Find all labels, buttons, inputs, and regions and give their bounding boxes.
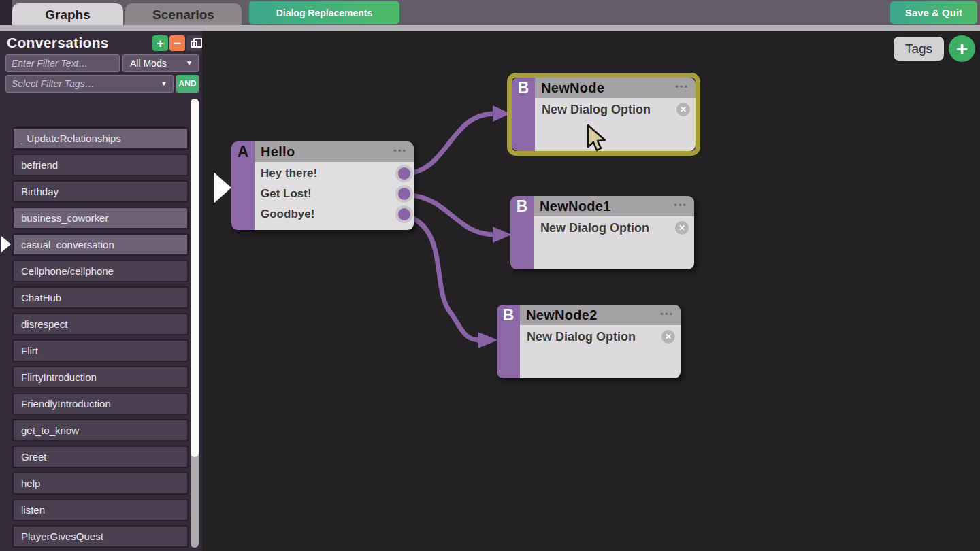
tab-strip-divider [0,25,980,31]
conversations-sidebar: Conversations + − All Mods ▼ Select Filt… [0,31,202,551]
list-item-selected[interactable]: casual_conversation [12,233,189,256]
filter-tags-placeholder: Select Filter Tags… [12,78,95,89]
dialog-option-text: Goodbye! [255,207,314,220]
speaker-letter: B [512,79,535,97]
output-port[interactable] [398,188,410,200]
dialog-option[interactable]: Hey there! [255,163,414,184]
chevron-down-icon: ▼ [186,55,193,71]
dialog-node-newnode[interactable]: B NewNode ••• New Dialog Option ✕ [512,78,696,151]
filter-text-input[interactable] [5,54,120,72]
node-speaker-strip[interactable]: B [512,78,535,151]
chevron-down-icon: ▼ [161,76,167,92]
node-speaker-strip[interactable]: A [231,141,255,230]
dialog-node-newnode1[interactable]: B NewNode1 ••• New Dialog Option ✕ [510,196,694,269]
list-item[interactable]: _UpdateRelationships [12,127,189,150]
node-title: NewNode2 [520,307,598,323]
dialog-option[interactable]: New Dialog Option ✕ [535,99,696,120]
output-port[interactable] [398,167,410,180]
dialog-option-text: New Dialog Option [535,103,651,116]
speaker-letter: A [231,143,255,161]
and-filter-toggle-button[interactable]: AND [176,75,199,93]
list-item[interactable]: ChatHub [12,286,189,309]
dialog-option-text: New Dialog Option [534,221,649,235]
node-speaker-strip[interactable]: B [497,305,520,378]
add-node-button[interactable]: + [949,35,975,62]
tab-graphs[interactable]: Graphs [12,3,123,25]
node-title: Hello [255,144,295,160]
mods-dropdown[interactable]: All Mods ▼ [122,54,199,72]
list-item[interactable]: Greet [12,446,189,468]
dialog-node-newnode2[interactable]: B NewNode2 ••• New Dialog Option ✕ [497,305,681,378]
node-menu-icon[interactable]: ••• [393,141,407,161]
node-title: NewNode1 [534,199,611,214]
list-item[interactable]: FlirtyIntroduction [12,366,189,388]
list-item[interactable]: FriendlyIntroduction [12,393,189,415]
tags-button[interactable]: Tags [894,37,944,61]
dialog-option-text: New Dialog Option [520,330,636,344]
node-title: NewNode [535,80,604,96]
remove-conversation-button[interactable]: − [169,35,185,51]
dialog-editor-app: Graphs Scenarios Dialog Replacements Sav… [0,0,980,551]
conversation-entry-arrow [214,172,231,203]
node-speaker-strip[interactable]: B [510,196,534,269]
dialog-option[interactable]: Get Lost! [255,184,414,204]
dialog-option-text: Hey there! [255,167,317,180]
node-menu-icon[interactable]: ••• [675,78,689,97]
delete-option-button[interactable]: ✕ [676,103,690,116]
list-item[interactable]: Birthday [12,180,189,203]
list-item[interactable]: get_to_know [12,419,189,441]
list-item[interactable]: disrespect [12,313,189,335]
dialog-option[interactable]: New Dialog Option ✕ [534,218,694,238]
node-header[interactable]: NewNode1 ••• [534,196,694,216]
node-header[interactable]: NewNode ••• [535,78,696,98]
list-item[interactable]: Flirt [12,339,189,362]
delete-option-button[interactable]: ✕ [662,330,675,344]
top-bar-corner [0,0,12,25]
node-menu-icon[interactable]: ••• [674,196,687,215]
conversation-list: _UpdateRelationships befriend Birthday b… [0,96,202,551]
mods-dropdown-value: All Mods [130,58,167,69]
node-header[interactable]: NewNode2 ••• [520,305,681,325]
node-menu-icon[interactable]: ••• [660,305,674,324]
list-item[interactable]: listen [12,499,189,521]
node-body: New Dialog Option ✕ [520,325,681,378]
dialog-node-hello[interactable]: A Hello ••• Hey there! Get Lost! Goodbye… [231,141,414,230]
output-port[interactable] [398,208,410,220]
node-body: New Dialog Option ✕ [535,98,696,151]
node-body: New Dialog Option ✕ [534,216,694,269]
speaker-letter: B [497,306,520,324]
copy-icon [191,41,197,48]
sidebar-title: Conversations [7,35,109,51]
filter-tags-dropdown[interactable]: Select Filter Tags… ▼ [5,75,174,93]
selected-node-outline: B NewNode ••• New Dialog Option ✕ [507,73,700,156]
node-header[interactable]: Hello ••• [255,141,414,162]
node-body: Hey there! Get Lost! Goodbye! [255,162,414,230]
save-quit-button[interactable]: Save & Quit [890,1,977,24]
dialog-replacements-button[interactable]: Dialog Replacements [249,1,399,24]
delete-option-button[interactable]: ✕ [675,221,689,235]
dialog-option-text: Get Lost! [255,187,312,200]
list-item[interactable]: befriend [12,154,189,176]
dialog-option[interactable]: Goodbye! [255,204,414,224]
list-item[interactable]: PlayerGivesQuest [12,525,189,548]
duplicate-conversation-button[interactable] [186,35,202,51]
list-item[interactable]: Cellphone/cellphone [12,260,189,282]
top-bar: Graphs Scenarios Dialog Replacements Sav… [0,0,980,25]
tab-scenarios[interactable]: Scenarios [125,3,242,25]
list-item[interactable]: help [12,472,189,495]
scrollbar-thumb[interactable] [191,99,199,457]
speaker-letter: B [510,197,534,216]
dialog-option[interactable]: New Dialog Option ✕ [520,327,681,347]
selected-item-arrow [1,236,11,252]
list-item[interactable]: business_coworker [12,207,189,229]
add-conversation-button[interactable]: + [152,35,168,51]
